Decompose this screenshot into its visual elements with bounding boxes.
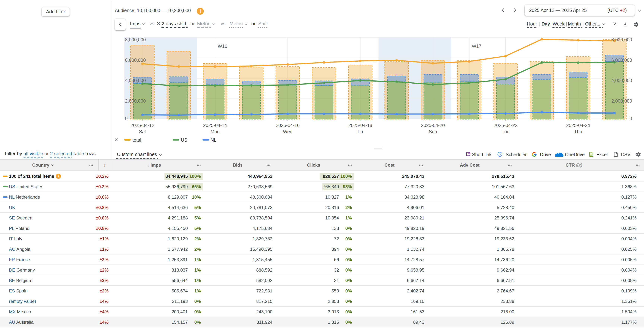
svg-text:2025-04-16: 2025-04-16: [276, 123, 300, 128]
svg-text:Sun: Sun: [429, 129, 437, 134]
svg-text:0: 0: [125, 116, 128, 121]
svg-text:Fri: Fri: [358, 129, 363, 134]
svg-text:2025-04-22: 2025-04-22: [494, 123, 518, 128]
svg-text:6,000,000: 6,000,000: [611, 57, 632, 63]
svg-text:2025-04-12: 2025-04-12: [130, 123, 154, 128]
svg-text:2,000,000: 2,000,000: [125, 98, 146, 104]
svg-text:Wed: Wed: [283, 129, 292, 134]
svg-text:W16: W16: [218, 44, 227, 49]
svg-text:2025-04-14: 2025-04-14: [203, 123, 227, 128]
svg-text:4,000,000: 4,000,000: [125, 78, 146, 83]
svg-text:8,000,000: 8,000,000: [125, 37, 146, 42]
svg-text:Thu: Thu: [574, 129, 582, 134]
svg-text:2025-04-18: 2025-04-18: [348, 123, 372, 128]
svg-text:6,000,000: 6,000,000: [125, 57, 146, 63]
svg-text:Sat: Sat: [139, 129, 146, 134]
svg-text:Mon: Mon: [210, 129, 220, 134]
svg-text:W17: W17: [472, 44, 482, 49]
svg-text:Tue: Tue: [502, 129, 510, 134]
svg-text:2,000,000: 2,000,000: [611, 98, 632, 104]
svg-text:2025-04-24: 2025-04-24: [566, 123, 590, 128]
svg-text:0: 0: [630, 116, 632, 121]
svg-text:2025-04-20: 2025-04-20: [421, 123, 445, 128]
svg-text:8,000,000: 8,000,000: [611, 37, 632, 42]
svg-text:4,000,000: 4,000,000: [611, 78, 632, 83]
